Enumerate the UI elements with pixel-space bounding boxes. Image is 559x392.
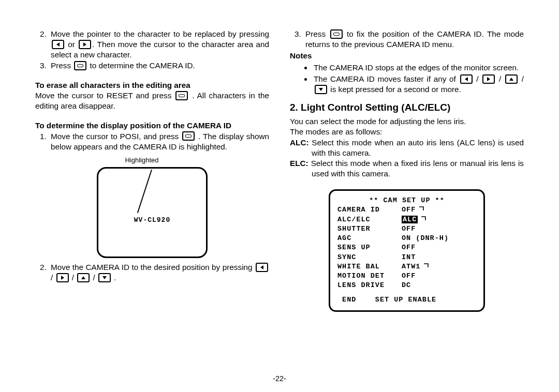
intro-1: You can select the mode for adjusting th…	[290, 116, 524, 127]
setup-row-value: DC	[402, 281, 411, 290]
left-arrow-icon	[460, 74, 473, 84]
left-column: Move the pointer to the character to be …	[35, 29, 269, 312]
page-number: -22-	[0, 374, 559, 383]
left-item-2: Move the pointer to the character to be …	[49, 29, 269, 61]
alc-definition: ALC: Select this mode when an auto iris …	[290, 138, 524, 158]
setup-row-label: SENS UP	[337, 243, 402, 252]
setup-row-label: AGC	[337, 234, 402, 243]
slash: /	[51, 273, 55, 282]
setup-row-value: ATW1	[402, 262, 430, 272]
setup-row-value: ALC	[402, 215, 427, 224]
monitor-outline-icon: WV-CL920	[97, 167, 208, 258]
setup-row-value: ON (DNR-H)	[402, 234, 449, 243]
text: .	[114, 273, 116, 282]
setup-row-value: OFF	[402, 243, 416, 252]
text: Press	[305, 29, 329, 38]
setup-rows: CAMERA IDOFFALC/ELCALCSHUTTEROFFAGCON (D…	[337, 205, 476, 290]
text: Move the pointer to the character to be …	[51, 29, 269, 38]
submenu-hook-icon	[423, 262, 430, 272]
setup-row-label: MOTION DET	[337, 272, 402, 281]
setup-row-label: SYNC	[337, 253, 402, 262]
slash: /	[91, 273, 97, 282]
erase-heading: To erase all characters in the editing a…	[35, 80, 269, 91]
elc-text: Select this mode when a fixed iris lens …	[308, 159, 524, 178]
text: is kept pressed for a second or more.	[330, 85, 461, 94]
setup-row-value: INT	[402, 253, 416, 262]
notes-heading: Notes	[290, 51, 524, 61]
setup-row-label: LENS DRIVE	[337, 281, 402, 290]
posi-list-2: Move the CAMERA ID to the desired positi…	[35, 262, 269, 283]
set-button-icon	[175, 91, 188, 100]
setup-row: WHITE BALATW1	[337, 262, 476, 272]
setup-row: CAMERA IDOFF	[337, 205, 476, 215]
slash: /	[70, 273, 77, 282]
posi-item-2: Move the CAMERA ID to the desired positi…	[49, 262, 269, 283]
slash: /	[474, 74, 479, 83]
submenu-hook-icon	[419, 205, 425, 215]
right-arrow-icon	[482, 74, 495, 84]
set-button-icon	[330, 29, 343, 39]
down-arrow-icon	[98, 273, 111, 282]
erase-text: Move the cursor to RESET and press . All…	[35, 91, 269, 111]
elc-definition: ELC: Select this mode when a fixed iris …	[290, 158, 524, 179]
setup-row: LENS DRIVEDC	[337, 281, 476, 290]
up-arrow-icon	[77, 273, 90, 282]
text: Press	[51, 61, 73, 70]
cam-setup-menu: ** CAM SET UP ** CAMERA IDOFFALC/ELCALCS…	[329, 189, 485, 311]
note-1: The CAMERA ID stops at the edges of the …	[313, 63, 524, 73]
setup-row: SENS UPOFF	[337, 243, 476, 252]
set-button-icon	[74, 61, 86, 70]
text: to determine the CAMERA ID.	[90, 61, 195, 70]
left-item-3: Press to determine the CAMERA ID.	[49, 61, 269, 71]
text: The CAMERA ID moves faster if any of	[314, 74, 459, 83]
posi-list: Move the cursor to POSI, and press . The…	[35, 131, 269, 152]
text: Move the cursor to POSI, and press	[51, 132, 181, 141]
setup-row-value: OFF	[402, 272, 416, 281]
setup-row-label: ALC/ELC	[337, 215, 402, 224]
setup-row-label: CAMERA ID	[337, 205, 402, 215]
right-arrow-icon	[79, 40, 91, 49]
elc-label: ELC:	[290, 159, 308, 168]
right-column: Press to fix the position of the CAMERA …	[290, 29, 524, 312]
slash: /	[496, 74, 504, 83]
left-arrow-icon	[52, 40, 64, 49]
posi-figure: Highlighted WV-CL920	[35, 156, 269, 258]
monitor-label: WV-CL920	[134, 216, 170, 224]
manual-page: Move the pointer to the character to be …	[0, 0, 559, 392]
note-2: The CAMERA ID moves faster if any of / /…	[313, 74, 524, 95]
slash: /	[519, 74, 524, 83]
intro-2: The modes are as follows:	[290, 127, 524, 137]
set-button-icon	[182, 131, 195, 141]
setup-row-label: SHUTTER	[337, 224, 402, 234]
setup-row: SYNCINT	[337, 253, 476, 262]
figure-caption: Highlighted	[125, 156, 158, 164]
text: or	[68, 40, 75, 49]
right-item-3: Press to fix the position of the CAMERA …	[303, 29, 524, 50]
setup-row: MOTION DETOFF	[337, 272, 476, 281]
down-arrow-icon	[315, 85, 327, 94]
text: Move the CAMERA ID to the desired positi…	[51, 263, 255, 272]
left-list-continued: Move the pointer to the character to be …	[35, 29, 269, 71]
setup-row: ALC/ELCALC	[337, 215, 476, 224]
setup-row: SHUTTEROFF	[337, 224, 476, 234]
posi-item-1: Move the cursor to POSI, and press . The…	[49, 131, 269, 152]
notes-list: The CAMERA ID stops at the edges of the …	[290, 63, 524, 95]
setup-row-label: WHITE BAL	[337, 262, 402, 272]
setup-row-value: OFF	[402, 205, 425, 215]
submenu-hook-icon	[421, 215, 427, 224]
left-arrow-icon	[256, 263, 268, 272]
setup-footer: END SET UP ENABLE	[337, 295, 476, 305]
section-2-heading: 2. Light Control Setting (ALC/ELC)	[290, 102, 524, 113]
text: Move the cursor to RESET and press	[35, 91, 174, 100]
right-list-continued: Press to fix the position of the CAMERA …	[290, 29, 524, 50]
two-column-layout: Move the pointer to the character to be …	[35, 29, 524, 312]
right-arrow-icon	[56, 273, 69, 282]
setup-row-value: OFF	[402, 224, 416, 234]
up-arrow-icon	[505, 74, 518, 84]
setup-row: AGCON (DNR-H)	[337, 234, 476, 243]
alc-text: Select this mode when an auto iris lens …	[309, 138, 524, 157]
setup-title: ** CAM SET UP **	[337, 196, 476, 205]
alc-label: ALC:	[290, 138, 309, 147]
posi-heading: To determine the display position of the…	[35, 120, 269, 131]
pointer-line-icon	[137, 170, 152, 213]
